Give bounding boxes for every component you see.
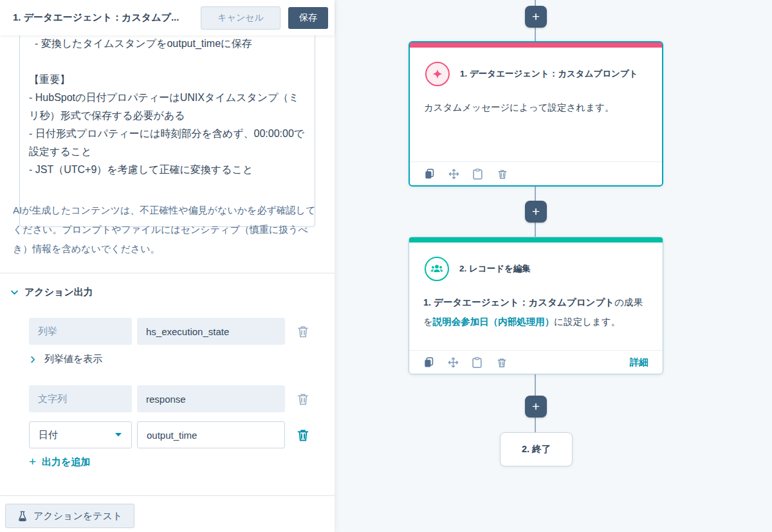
clipboard-icon[interactable] [472,357,483,368]
cancel-button[interactable]: キャンセル [201,6,280,30]
divider [0,495,335,496]
clipboard-icon[interactable] [473,169,484,179]
workflow-node-data-agent[interactable]: 1. データエージェント：カスタムプロンプト カスタムメッセージによって設定され… [409,41,663,187]
chevron-down-icon [10,288,19,297]
action-title: 1. データエージェント：カスタムプ... [13,12,201,24]
output-row-string: 文字列 response [29,385,309,412]
workflow-node-edit-record[interactable]: 2. レコードを編集 1. データエージェント：カスタムプロンプトの成果を説明会… [409,237,663,374]
output-row-enum: 列挙 hs_execution_state [29,318,309,345]
add-output-button[interactable]: + 出力を追加 [29,455,90,469]
node-description: 1. データエージェント：カスタムプロンプトの成果を説明会参加日（内部処理用）に… [409,281,663,331]
add-output-label: 出力を追加 [42,456,90,468]
add-step-button-middle[interactable]: + [525,201,547,223]
output-name-field[interactable]: response [137,385,285,412]
workflow-canvas[interactable]: + 1. データエージェント：カスタムプロンプト カスタムメッセージによって設定… [335,0,772,532]
node-accent-bar [409,237,663,243]
test-action-button[interactable]: アクションをテスト [5,504,134,528]
show-enum-values-label: 列挙値を表示 [44,353,102,365]
ai-sparkle-icon [425,62,450,86]
workflow-end-node[interactable]: 2. 終了 [500,432,573,466]
node-toolbar: 詳細 [409,350,663,374]
output-type-select[interactable]: 日付 [29,421,132,448]
output-row-date: 日付 output_time [29,421,309,448]
workflow-editor: - 変換したタイムスタンプをoutput_timeに保存 【重要】 - HubS… [0,0,772,532]
trash-icon[interactable] [297,325,309,338]
output-type-field[interactable]: 列挙 [29,318,132,345]
node-description: カスタムメッセージによって設定されます。 [410,86,662,117]
trash-icon[interactable] [497,357,508,368]
save-button[interactable]: 保存 [288,7,328,29]
panel-scroll-area[interactable]: - 変換したタイムスタンプをoutput_timeに保存 【重要】 - HubS… [0,35,335,532]
duplicate-icon[interactable] [423,357,434,368]
trash-icon[interactable] [297,392,309,405]
duplicate-icon[interactable] [424,169,435,179]
contacts-icon [425,257,449,281]
move-icon[interactable] [448,169,459,179]
node-accent-bar [410,42,662,48]
move-icon[interactable] [448,357,459,368]
action-settings-panel: - 変換したタイムスタンプをoutput_timeに保存 【重要】 - HubS… [0,0,335,532]
trash-icon[interactable] [297,428,309,441]
action-output-section-toggle[interactable]: アクション出力 [10,286,93,298]
divider [0,273,335,273]
prompt-textarea[interactable]: - 変換したタイムスタンプをoutput_timeに保存 【重要】 - HubS… [19,35,315,227]
property-link[interactable]: 説明会参加日（内部処理用） [433,316,555,327]
chevron-right-icon [29,356,37,363]
show-enum-values-toggle[interactable]: 列挙値を表示 [29,353,102,365]
action-output-title: アクション出力 [24,286,93,298]
panel-header: 1. データエージェント：カスタムプ... キャンセル 保存 [0,0,335,35]
output-name-field[interactable]: hs_execution_state [137,318,285,345]
flask-icon [17,511,28,522]
node-title: 1. データエージェント：カスタムプロンプト [460,68,638,80]
trash-icon[interactable] [497,169,508,179]
test-action-label: アクションをテスト [33,510,122,522]
add-step-button-bottom[interactable]: + [525,396,547,417]
referenced-action-name: 1. データエージェント：カスタムプロンプト [423,297,614,307]
ai-disclaimer-text: AIが生成したコンテンツは、不正確性や偏見がないかを必ず確認してください。プロン… [13,201,322,259]
output-name-input[interactable]: output_time [137,421,285,448]
caret-down-icon [115,432,122,437]
output-type-field[interactable]: 文字列 [29,385,132,412]
details-link[interactable]: 詳細 [630,356,648,369]
plus-icon: + [29,455,36,469]
output-type-selected-value: 日付 [39,429,58,441]
node-toolbar [410,161,662,185]
add-step-button-top[interactable]: + [525,6,547,28]
node-title: 2. レコードを編集 [459,263,531,275]
